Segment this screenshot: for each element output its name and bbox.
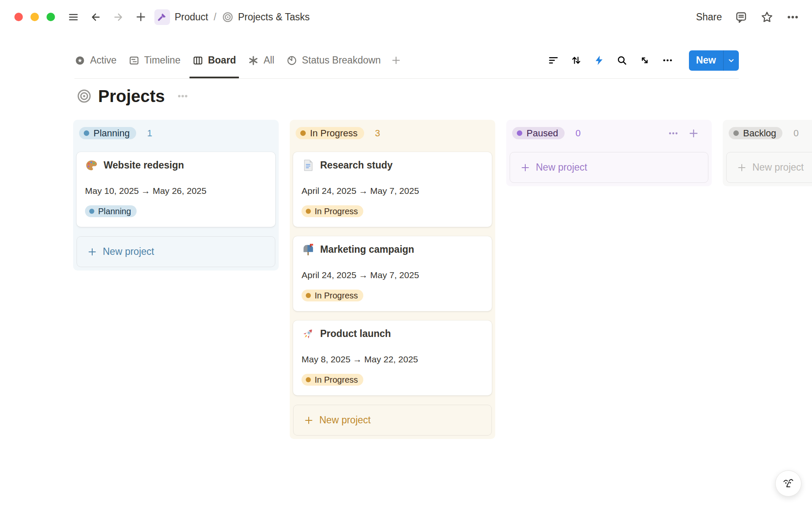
ellipsis-icon: [668, 128, 679, 139]
breadcrumb-workspace[interactable]: Product: [175, 11, 208, 23]
workspace-icon-box[interactable]: [154, 9, 170, 25]
sort-button[interactable]: [571, 55, 582, 66]
notion-window: Product / Projects & Tasks Share Active: [0, 0, 812, 508]
column-controls: [668, 128, 706, 139]
new-project-button-planning[interactable]: New project: [77, 236, 275, 267]
column-count: 3: [375, 128, 380, 139]
new-project-label: New project: [752, 162, 804, 173]
search-button[interactable]: [616, 55, 628, 66]
card-status-pill: In Progress: [302, 374, 363, 386]
chevron-down-icon: [727, 56, 735, 65]
filter-button[interactable]: [548, 55, 559, 66]
column-backlog: Backlog 0 New project: [723, 120, 812, 186]
tab-timeline[interactable]: Timeline: [123, 42, 186, 78]
forward-button[interactable]: [112, 11, 124, 23]
lightning-icon: [593, 55, 605, 66]
palette-icon: [85, 159, 98, 172]
zoom-button[interactable]: [47, 13, 55, 21]
comment-icon: [735, 11, 748, 24]
window-titlebar: Product / Projects & Tasks Share: [0, 0, 812, 34]
back-button[interactable]: [90, 11, 102, 23]
column-count: 1: [147, 128, 152, 139]
new-dropdown-button[interactable]: [723, 50, 739, 71]
card-status-label: In Progress: [315, 207, 358, 216]
status-dot: [733, 130, 739, 136]
card-title: Product launch: [320, 328, 391, 340]
plus-icon: [520, 163, 530, 173]
page-title-more-button[interactable]: [176, 90, 189, 102]
project-card-product-launch[interactable]: Product launch May 8, 2025 → May 22, 202…: [293, 320, 492, 395]
favorite-button[interactable]: [760, 11, 774, 24]
arrow-right-icon: [112, 11, 124, 23]
new-project-button-backlog[interactable]: New project: [726, 152, 812, 183]
target-icon: [222, 11, 233, 23]
target-icon: [77, 88, 92, 104]
card-status-label: In Progress: [315, 291, 358, 301]
rocket-icon: [302, 327, 315, 340]
column-count: 0: [793, 128, 798, 139]
column-add-button[interactable]: [688, 128, 699, 139]
notion-ai-button[interactable]: [775, 470, 801, 497]
tab-label: Board: [208, 55, 236, 66]
tab-board[interactable]: Board: [187, 42, 241, 78]
card-dates: May 10, 2025 → May 26, 2025: [85, 186, 267, 196]
star-icon: [760, 11, 774, 24]
share-button[interactable]: Share: [696, 11, 722, 23]
status-pill-backlog[interactable]: Backlog: [729, 127, 782, 139]
project-card-website-redesign[interactable]: Website redesign May 10, 2025 → May 26, …: [77, 152, 275, 227]
search-icon: [616, 55, 628, 66]
breadcrumb-separator: /: [214, 11, 216, 23]
project-card-marketing-campaign[interactable]: Marketing campaign April 24, 2025 → May …: [293, 236, 492, 311]
new-project-label: New project: [319, 414, 370, 426]
status-pill-in-progress[interactable]: In Progress: [296, 127, 364, 139]
ai-face-icon: [780, 475, 796, 491]
mailbox-icon: [302, 243, 315, 256]
plus-icon: [304, 415, 314, 425]
tab-label: Active: [90, 55, 117, 66]
card-status-pill: In Progress: [302, 205, 363, 217]
close-button[interactable]: [14, 13, 23, 21]
ellipsis-icon: [176, 90, 189, 102]
breadcrumb: Product / Projects & Tasks: [154, 9, 310, 25]
new-split-button: New: [689, 50, 739, 71]
new-project-button-paused[interactable]: New project: [510, 152, 708, 183]
plus-icon: [135, 11, 147, 23]
sidebar-menu-button[interactable]: [68, 11, 79, 23]
new-button[interactable]: New: [689, 50, 723, 71]
document-icon: [302, 159, 315, 172]
status-dot: [517, 130, 522, 136]
timeline-icon: [129, 55, 140, 66]
card-title: Marketing campaign: [320, 244, 414, 255]
tab-all[interactable]: All: [243, 42, 280, 78]
view-toolbar: New: [548, 50, 739, 71]
board-columns-icon: [192, 55, 203, 66]
status-pill-paused[interactable]: Paused: [512, 127, 565, 139]
new-tab-button[interactable]: [135, 11, 147, 23]
add-view-button[interactable]: [391, 55, 401, 66]
status-pill-planning[interactable]: Planning: [79, 127, 136, 139]
sort-icon: [571, 55, 582, 66]
tab-label: Timeline: [144, 55, 181, 66]
page-heading: Projects: [77, 86, 189, 106]
column-more-button[interactable]: [668, 128, 679, 139]
card-dates: April 24, 2025 → May 7, 2025: [302, 186, 483, 196]
minimize-button[interactable]: [30, 13, 39, 21]
tab-active[interactable]: Active: [69, 42, 122, 78]
expand-button[interactable]: [639, 55, 650, 66]
hammer-icon: [157, 12, 167, 22]
breadcrumb-page[interactable]: Projects & Tasks: [238, 11, 310, 23]
tab-status-breakdown[interactable]: Status Breakdown: [281, 42, 386, 78]
column-count: 0: [576, 128, 581, 139]
comments-button[interactable]: [735, 11, 748, 24]
page-title[interactable]: Projects: [98, 86, 165, 106]
view-more-button[interactable]: [662, 55, 673, 66]
view-bar: Active Timeline Board All Status Breakdo…: [74, 42, 739, 79]
project-card-research-study[interactable]: Research study April 24, 2025 → May 7, 2…: [293, 152, 492, 227]
new-project-button-in-progress[interactable]: New project: [293, 405, 492, 436]
column-header: Paused 0: [512, 127, 706, 139]
kanban-board: Planning 1 Website redesign May 10, 2025…: [73, 120, 812, 439]
automations-button[interactable]: [593, 55, 605, 66]
card-dates: May 8, 2025 → May 22, 2025: [302, 354, 483, 364]
column-planning: Planning 1 Website redesign May 10, 2025…: [73, 120, 279, 271]
more-options-button[interactable]: [786, 11, 799, 24]
